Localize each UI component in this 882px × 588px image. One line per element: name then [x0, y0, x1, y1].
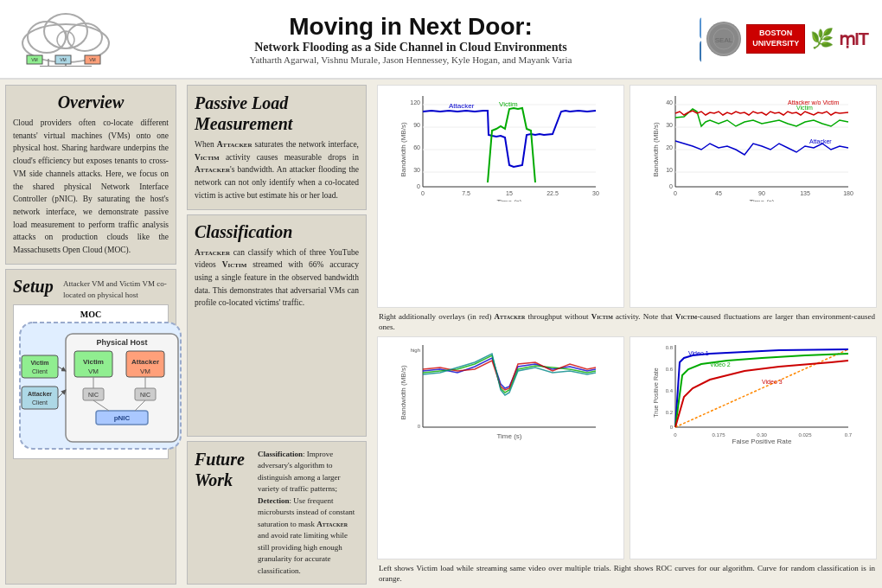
bottom-charts-row: Bandwidth (MB/s) high 0 Time (s) — [377, 336, 877, 559]
svg-text:30: 30 — [592, 190, 599, 196]
authors: Yatharth Agarwal, Vishnu Murale, Jason H… — [126, 54, 695, 65]
svg-text:Client: Client — [32, 368, 48, 374]
svg-text:pNIC: pNIC — [114, 414, 131, 422]
svg-text:Physical Host: Physical Host — [96, 338, 147, 347]
svg-text:VM: VM — [89, 57, 96, 62]
svg-rect-8 — [40, 66, 92, 67]
chart4-svg: True Positive Rate 0.8 0.6 0.4 0.2 0 0 0… — [634, 341, 872, 444]
svg-text:90: 90 — [413, 122, 420, 128]
future-work-text: Classification: Improve adversary's algo… — [258, 449, 359, 578]
setup-diagram: MOC Physical Host Victim VM Attacker VM — [13, 304, 169, 459]
setup-diagram-svg: Physical Host Victim VM Attacker VM NIC … — [18, 321, 182, 451]
svg-text:0.8: 0.8 — [666, 345, 674, 350]
main-title: Moving in Next Door: — [126, 13, 695, 41]
diagram-title: MOC — [18, 310, 163, 319]
svg-text:Attacker: Attacker — [28, 391, 52, 397]
svg-text:Victim: Victim — [499, 100, 518, 108]
svg-text:30: 30 — [666, 122, 673, 128]
svg-text:Time (s): Time (s) — [749, 198, 774, 201]
seal-logo: SEAL — [706, 22, 741, 56]
svg-text:0: 0 — [674, 432, 677, 438]
svg-text:0.6: 0.6 — [666, 367, 674, 372]
passive-load-text: When Attacker saturates the network inte… — [195, 138, 359, 202]
svg-text:40: 40 — [666, 99, 673, 105]
svg-text:20: 20 — [666, 144, 673, 150]
bu-logo: BOSTON UNIVERSITY — [746, 24, 805, 53]
overview-title: Overview — [13, 93, 169, 112]
passive-load-title: Passive Load Measurement — [195, 93, 359, 134]
svg-text:NIC: NIC — [140, 392, 150, 398]
svg-text:Victim: Victim — [83, 358, 104, 366]
wheat-logo: 🌿 — [810, 28, 834, 50]
chart2-svg: Bandwidth (MB/s) 40 30 20 10 0 0 45 90 — [634, 89, 872, 201]
chart1-svg: Bandwidth (MB/s) 120 90 60 30 0 0 — [381, 89, 620, 201]
svg-text:0: 0 — [670, 425, 674, 430]
chart-top-caption: Right additionally overlays (in red) Att… — [377, 311, 877, 333]
future-work-inner: FutureWork Classification: Improve adver… — [195, 449, 359, 578]
classification-title: Classification — [195, 222, 359, 242]
chart3-container: Bandwidth (MB/s) high 0 Time (s) — [377, 336, 624, 559]
svg-text:7.5: 7.5 — [462, 190, 470, 196]
svg-text:0.175: 0.175 — [712, 432, 725, 438]
svg-text:0: 0 — [669, 183, 673, 189]
svg-text:90: 90 — [758, 190, 765, 196]
subtitle: Network Flooding as a Side Channel in Cl… — [126, 41, 695, 54]
svg-text:Video 1: Video 1 — [688, 350, 709, 356]
svg-text:0: 0 — [418, 424, 421, 429]
svg-text:Bandwidth (MB/s): Bandwidth (MB/s) — [399, 122, 407, 176]
header: VM VM VM Moving in Next Door: Network Fl… — [0, 0, 882, 80]
main-content: Overview Cloud providers often co-locate… — [0, 80, 882, 588]
setup-header: Setup Attacker VM and Victim VM co-locat… — [13, 277, 169, 300]
chart3-svg: Bandwidth (MB/s) high 0 Time (s) — [381, 341, 620, 444]
svg-text:10: 10 — [666, 167, 673, 173]
svg-text:Bandwidth (MB/s): Bandwidth (MB/s) — [399, 365, 407, 419]
logos-area: NSF SEAL BOSTON UNIVERSITY 🌿 ṃIT — [695, 13, 868, 65]
svg-text:30: 30 — [413, 167, 420, 173]
passive-load-section: Passive Load Measurement When Attacker s… — [187, 85, 367, 210]
svg-rect-49 — [22, 387, 58, 409]
svg-text:NIC: NIC — [88, 392, 99, 398]
chart2-container: Bandwidth (MB/s) 40 30 20 10 0 0 45 90 — [630, 85, 877, 308]
svg-text:Victim: Victim — [31, 360, 49, 366]
svg-text:0: 0 — [421, 190, 425, 196]
svg-text:135: 135 — [800, 190, 810, 196]
svg-text:0.2: 0.2 — [666, 410, 674, 415]
overview-text: Cloud providers often co-locate differen… — [13, 117, 169, 257]
svg-text:Time (s): Time (s) — [496, 432, 521, 440]
svg-text:180: 180 — [843, 190, 853, 196]
chart1-container: Bandwidth (MB/s) 120 90 60 30 0 0 — [377, 85, 624, 308]
svg-text:Attacker: Attacker — [449, 102, 475, 110]
svg-text:Client: Client — [32, 399, 48, 406]
mit-logo-text: ṃIT — [839, 29, 868, 48]
header-center: Moving in Next Door: Network Flooding as… — [126, 13, 695, 65]
svg-text:0: 0 — [674, 190, 677, 196]
cloud-logo-svg: VM VM VM — [14, 7, 118, 67]
svg-rect-17 — [700, 41, 701, 62]
svg-rect-46 — [22, 355, 58, 378]
svg-text:0.4: 0.4 — [666, 388, 674, 393]
svg-text:45: 45 — [715, 190, 722, 196]
left-column: Overview Cloud providers often co-locate… — [0, 80, 182, 588]
nsf-logo: NSF — [695, 13, 701, 65]
svg-text:True Positive Rate: True Positive Rate — [653, 368, 659, 417]
overview-section: Overview Cloud providers often co-locate… — [5, 85, 176, 265]
svg-text:15: 15 — [506, 190, 513, 196]
svg-rect-28 — [66, 334, 178, 442]
svg-text:Attacker w/o Victim: Attacker w/o Victim — [788, 99, 840, 105]
setup-section: Setup Attacker VM and Victim VM co-locat… — [5, 269, 176, 585]
svg-line-115 — [675, 349, 848, 427]
future-work-section: FutureWork Classification: Improve adver… — [187, 441, 367, 585]
svg-text:0.7: 0.7 — [845, 432, 853, 438]
right-column: Bandwidth (MB/s) 120 90 60 30 0 0 — [372, 80, 882, 588]
svg-text:VM: VM — [31, 57, 38, 62]
svg-rect-15 — [700, 17, 701, 39]
cloud-logo-area: VM VM VM — [14, 7, 126, 71]
classification-section: Classification Attacker can classify whi… — [187, 214, 367, 437]
svg-text:0: 0 — [417, 183, 420, 189]
svg-text:high: high — [411, 348, 420, 353]
svg-text:False Positive Rate: False Positive Rate — [732, 438, 792, 444]
svg-text:60: 60 — [413, 144, 420, 150]
chart-bottom-caption: Left shows Victim load while streaming s… — [377, 563, 877, 585]
top-charts-row: Bandwidth (MB/s) 120 90 60 30 0 0 — [377, 85, 877, 308]
setup-desc: Attacker VM and Victim VM co-located on … — [63, 277, 169, 300]
